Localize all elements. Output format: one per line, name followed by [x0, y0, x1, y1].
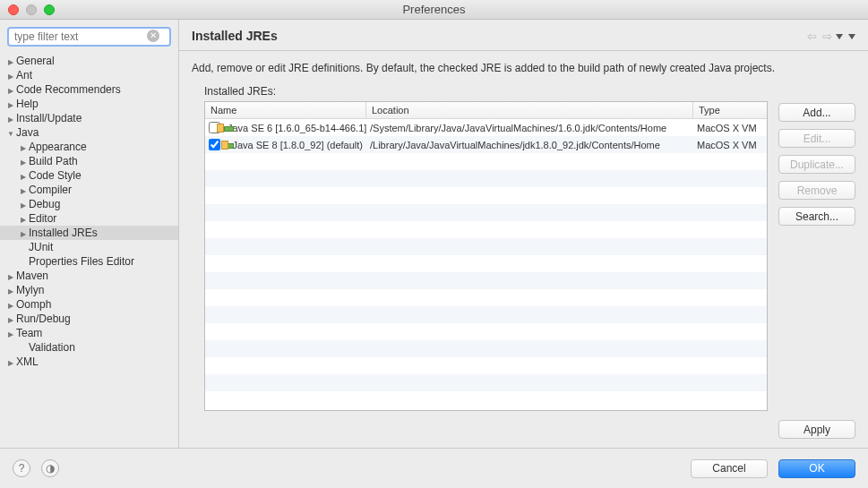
tree-item[interactable]: Maven: [0, 269, 178, 283]
tree-item[interactable]: Install/Update: [0, 111, 178, 125]
table-row[interactable]: Java SE 6 [1.6.0_65-b14-466.1]/System/Li…: [205, 119, 767, 136]
table-row-empty: [205, 306, 767, 323]
tree-item[interactable]: Build Path: [0, 154, 178, 168]
tree-item-label: Code Style: [29, 169, 82, 182]
tree-item[interactable]: XML: [0, 355, 178, 369]
table-row-empty: [205, 391, 767, 408]
tree-item[interactable]: Help: [0, 97, 178, 111]
disclosure-triangle-icon[interactable]: [5, 114, 16, 124]
page-menu-icon[interactable]: [848, 30, 855, 43]
table-row[interactable]: Java SE 8 [1.8.0_92] (default)/Library/J…: [205, 136, 767, 153]
jre-name: Java SE 6 [1.6.0_65-b14-466.1]: [228, 123, 366, 133]
table-row-empty: [205, 374, 767, 391]
close-window-button[interactable]: [8, 4, 19, 15]
clear-filter-icon[interactable]: ✕: [147, 30, 159, 42]
tree-item[interactable]: Properties Files Editor: [0, 254, 178, 269]
tree-item-label: Mylyn: [16, 284, 44, 296]
column-header-type[interactable]: Type: [693, 102, 767, 118]
help-icon[interactable]: ?: [13, 459, 30, 477]
disclosure-triangle-icon[interactable]: [18, 185, 29, 195]
add-button[interactable]: Add...: [778, 103, 855, 122]
disclosure-triangle-icon[interactable]: [5, 286, 16, 295]
tree-item-label: Java: [16, 126, 39, 139]
disclosure-triangle-icon[interactable]: [5, 56, 16, 66]
tree-item[interactable]: Installed JREs: [0, 226, 178, 240]
table-row-empty: [205, 340, 767, 357]
disclosure-triangle-icon[interactable]: [5, 85, 16, 95]
disclosure-triangle-icon[interactable]: [18, 142, 29, 152]
disclosure-triangle-icon[interactable]: [5, 329, 16, 338]
jre-name: Java SE 8 [1.8.0_92] (default): [232, 140, 363, 150]
table-row-empty: [205, 204, 767, 221]
tree-item[interactable]: General: [0, 54, 178, 68]
disclosure-triangle-icon[interactable]: [5, 128, 16, 138]
tree-item[interactable]: JUnit: [0, 240, 178, 254]
back-icon[interactable]: ⇦: [807, 30, 817, 43]
edit-button: Edit...: [778, 129, 855, 148]
disclosure-triangle-icon[interactable]: [18, 157, 29, 167]
disclosure-triangle-icon[interactable]: [5, 99, 16, 109]
disclosure-triangle-icon[interactable]: [5, 314, 16, 324]
duplicate-button: Duplicate...: [778, 155, 855, 174]
tree-item[interactable]: Code Style: [0, 168, 178, 183]
table-row-empty: [205, 153, 767, 170]
disclosure-triangle-icon[interactable]: [18, 214, 29, 224]
tree-item[interactable]: Ant: [0, 68, 178, 82]
tree-item[interactable]: Oomph: [0, 297, 178, 312]
window-title: Preferences: [0, 3, 868, 16]
preferences-page: Installed JREs ⇦ ⇨ Add, remove or edit J…: [179, 20, 868, 448]
ok-button[interactable]: OK: [778, 459, 855, 478]
search-button[interactable]: Search...: [778, 207, 855, 226]
tree-item[interactable]: Code Recommenders: [0, 82, 178, 97]
tree-item[interactable]: Team: [0, 326, 178, 340]
tree-item[interactable]: Editor: [0, 211, 178, 226]
apply-button[interactable]: Apply: [778, 420, 855, 439]
tree-item[interactable]: Debug: [0, 197, 178, 211]
column-header-name[interactable]: Name: [205, 102, 366, 118]
tree-item-label: XML: [16, 355, 39, 368]
jre-table[interactable]: Name Location Type Java SE 6 [1.6.0_65-b…: [204, 101, 768, 411]
cancel-button[interactable]: Cancel: [691, 459, 768, 478]
tree-item[interactable]: Java: [0, 125, 178, 140]
disclosure-triangle-icon[interactable]: [5, 271, 16, 281]
forward-icon[interactable]: ⇨: [822, 30, 843, 43]
table-row-empty: [205, 221, 767, 238]
tree-item-label: Ant: [16, 69, 32, 81]
table-row-empty: [205, 238, 767, 255]
import-export-icon[interactable]: ◑: [41, 459, 59, 477]
titlebar: Preferences: [0, 0, 868, 20]
dialog-footer: ? ◑ Cancel OK: [0, 448, 868, 488]
tree-item-label: Install/Update: [16, 112, 82, 124]
disclosure-triangle-icon[interactable]: [18, 228, 29, 238]
tree-item[interactable]: Appearance: [0, 140, 178, 154]
preferences-sidebar: ✕ GeneralAntCode RecommendersHelpInstall…: [0, 20, 179, 448]
table-row-empty: [205, 289, 767, 306]
zoom-window-button[interactable]: [44, 4, 55, 15]
page-description: Add, remove or edit JRE definitions. By …: [179, 51, 868, 74]
tree-item-label: General: [16, 55, 55, 67]
table-label: Installed JREs:: [204, 85, 768, 98]
tree-item-label: Appearance: [29, 141, 87, 153]
jre-location: /System/Library/Java/JavaVirtualMachines…: [366, 123, 693, 133]
disclosure-triangle-icon[interactable]: [5, 300, 16, 310]
preferences-tree[interactable]: GeneralAntCode RecommendersHelpInstall/U…: [0, 52, 178, 448]
disclosure-triangle-icon[interactable]: [18, 200, 29, 210]
window-controls: [0, 4, 55, 15]
jre-default-checkbox[interactable]: [209, 139, 220, 150]
tree-item-label: Editor: [29, 212, 56, 225]
disclosure-triangle-icon[interactable]: [5, 71, 16, 81]
tree-item-label: Team: [16, 327, 42, 339]
column-header-location[interactable]: Location: [366, 102, 693, 118]
disclosure-triangle-icon[interactable]: [18, 171, 29, 181]
tree-item[interactable]: Validation: [0, 340, 178, 355]
tree-item-label: Maven: [16, 270, 48, 282]
jre-type: MacOS X VM: [693, 123, 767, 133]
jre-type: MacOS X VM: [693, 140, 767, 150]
tree-item[interactable]: Compiler: [0, 183, 178, 197]
disclosure-triangle-icon[interactable]: [5, 357, 16, 367]
page-title: Installed JREs: [192, 29, 278, 43]
table-row-empty: [205, 272, 767, 289]
tree-item[interactable]: Mylyn: [0, 283, 178, 297]
jre-icon: [224, 141, 228, 150]
tree-item[interactable]: Run/Debug: [0, 312, 178, 326]
